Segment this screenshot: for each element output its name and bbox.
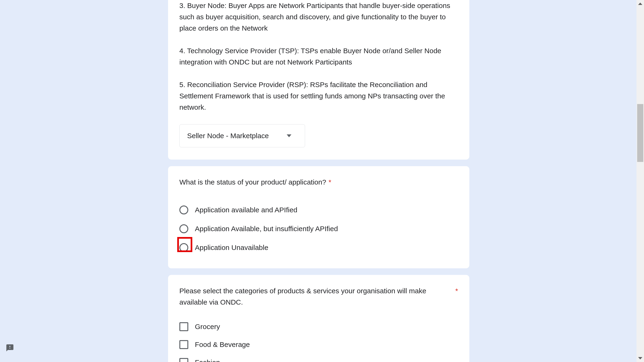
checkbox-icon (179, 358, 188, 362)
card-definitions: 3. Buyer Node: Buyer Apps are Network Pa… (168, 0, 469, 160)
required-asterisk: * (326, 176, 332, 188)
question-text-categories: Please select the categories of products… (179, 285, 453, 308)
radio-icon (179, 243, 188, 252)
caret-down-icon (287, 134, 292, 137)
radio-label: Application Available, but insufficientl… (195, 223, 338, 234)
arrow-up-icon (638, 2, 642, 5)
form-column: 3. Buyer Node: Buyer Apps are Network Pa… (168, 0, 469, 362)
report-problem-button[interactable] (6, 344, 14, 352)
checkbox-option-0[interactable]: Grocery (179, 318, 458, 336)
definition-4: 4. Technology Service Provider (TSP): TS… (179, 45, 458, 68)
question-row: What is the status of your product/ appl… (179, 176, 458, 188)
card-status-question: What is the status of your product/ appl… (168, 166, 469, 268)
checkbox-option-2[interactable]: Fashion (179, 354, 458, 362)
definition-5: 5. Reconciliation Service Provider (RSP)… (179, 79, 458, 113)
radio-icon (179, 206, 188, 214)
definition-3: 3. Buyer Node: Buyer Apps are Network Pa… (179, 0, 458, 34)
question-row: Please select the categories of products… (179, 285, 458, 308)
scroll-thumb[interactable] (637, 104, 643, 162)
arrow-down-icon (638, 357, 642, 360)
category-options: Grocery Food & Beverage Fashion (179, 318, 458, 362)
radio-label: Application Unavailable (195, 242, 268, 253)
checkbox-label: Grocery (195, 321, 220, 332)
feedback-icon (6, 344, 14, 352)
scroll-down-button[interactable] (636, 354, 644, 362)
checkbox-label: Food & Beverage (195, 339, 250, 350)
required-asterisk: * (453, 285, 458, 296)
page-viewport: 3. Buyer Node: Buyer Apps are Network Pa… (0, 0, 644, 362)
select-value: Seller Node - Marketplace (187, 130, 269, 142)
card-categories-question: Please select the categories of products… (168, 275, 469, 362)
radio-option-0[interactable]: Application available and APIfied (179, 200, 458, 219)
status-options: Application available and APIfied Applic… (179, 200, 458, 257)
checkbox-option-1[interactable]: Food & Beverage (179, 336, 458, 354)
radio-label: Application available and APIfied (195, 204, 297, 216)
question-text-status: What is the status of your product/ appl… (179, 176, 326, 188)
vertical-scrollbar (636, 0, 644, 362)
node-type-select[interactable]: Seller Node - Marketplace (179, 124, 305, 147)
radio-option-2[interactable]: Application Unavailable (179, 238, 458, 257)
checkbox-icon (179, 340, 188, 349)
radio-option-1[interactable]: Application Available, but insufficientl… (179, 219, 458, 238)
radio-icon (179, 224, 188, 233)
checkbox-label: Fashion (195, 357, 220, 362)
scroll-up-button[interactable] (636, 0, 644, 8)
checkbox-icon (179, 322, 188, 331)
